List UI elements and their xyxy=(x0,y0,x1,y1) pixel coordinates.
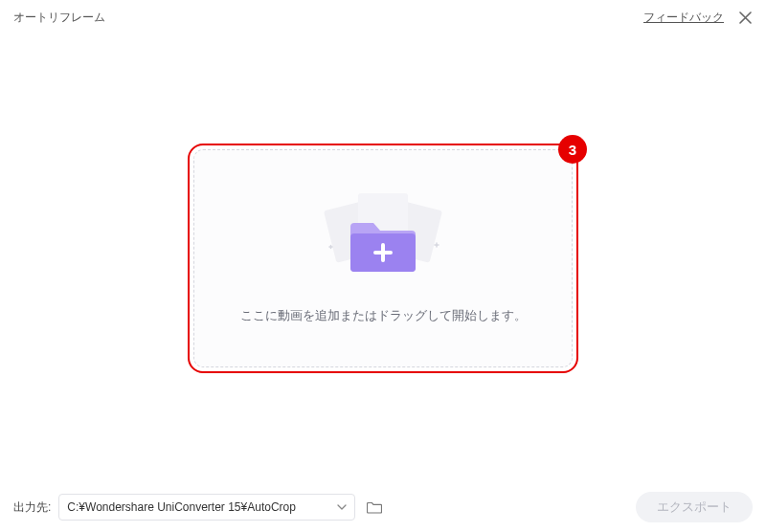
chevron-down-icon xyxy=(337,504,347,510)
open-folder-button[interactable] xyxy=(363,496,386,519)
output-path-select[interactable]: C:¥Wondershare UniConverter 15¥AutoCrop xyxy=(58,494,355,521)
header-actions: フィードバック xyxy=(643,10,753,26)
dropzone-text: ここに動画を追加またはドラッグして開始します。 xyxy=(240,307,527,324)
window-title: オートリフレーム xyxy=(13,10,105,26)
feedback-link[interactable]: フィードバック xyxy=(643,10,724,26)
dropzone-wrapper: 3 ここに動画を追加またはド xyxy=(193,149,573,367)
close-icon xyxy=(739,11,752,24)
output-label: 出力先: xyxy=(13,499,51,516)
footer: 出力先: C:¥Wondershare UniConverter 15¥Auto… xyxy=(0,482,766,532)
export-button[interactable]: エクスポート xyxy=(636,492,753,522)
output-path-value: C:¥Wondershare UniConverter 15¥AutoCrop xyxy=(67,500,296,514)
header: オートリフレーム フィードバック xyxy=(0,0,766,34)
video-dropzone[interactable]: ここに動画を追加またはドラッグして開始します。 xyxy=(193,149,573,367)
close-button[interactable] xyxy=(737,10,753,25)
add-folder-illustration xyxy=(306,192,460,278)
folder-icon xyxy=(367,500,382,514)
main-area: 3 ここに動画を追加またはド xyxy=(0,34,766,482)
